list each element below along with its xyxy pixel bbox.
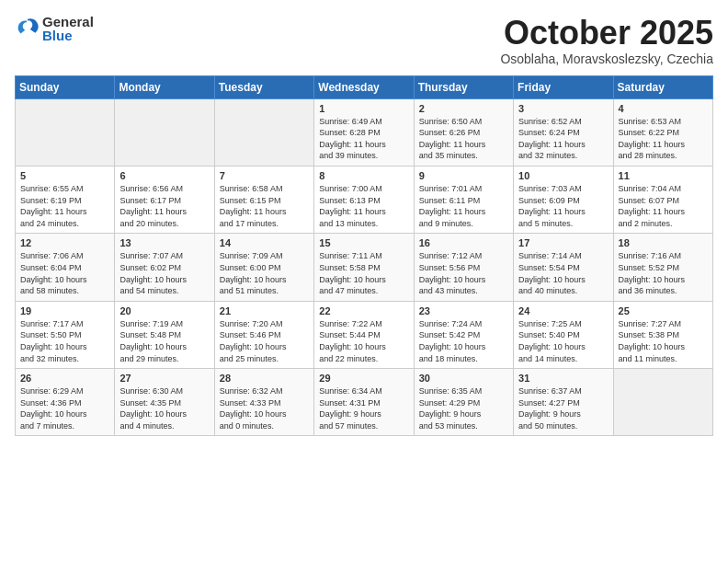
- day-info: Sunrise: 6:53 AM Sunset: 6:22 PM Dayligh…: [619, 116, 708, 162]
- day-info: Sunrise: 6:35 AM Sunset: 4:29 PM Dayligh…: [419, 385, 508, 431]
- weekday-header-friday: Friday: [514, 75, 613, 98]
- day-info: Sunrise: 6:37 AM Sunset: 4:27 PM Dayligh…: [518, 385, 608, 431]
- day-number: 4: [619, 103, 708, 114]
- calendar-cell: 3Sunrise: 6:52 AM Sunset: 6:24 PM Daylig…: [514, 98, 613, 166]
- calendar-cell: 12Sunrise: 7:06 AM Sunset: 6:04 PM Dayli…: [16, 234, 115, 301]
- calendar-cell: 18Sunrise: 7:16 AM Sunset: 5:52 PM Dayli…: [613, 234, 712, 301]
- month-title: October 2025: [500, 15, 713, 52]
- day-info: Sunrise: 6:49 AM Sunset: 6:28 PM Dayligh…: [319, 116, 408, 162]
- calendar-cell: 1Sunrise: 6:49 AM Sunset: 6:28 PM Daylig…: [314, 98, 414, 166]
- weekday-header-tuesday: Tuesday: [214, 75, 313, 98]
- calendar-cell: [16, 98, 115, 166]
- day-number: 28: [220, 373, 309, 384]
- day-number: 23: [419, 305, 508, 316]
- day-info: Sunrise: 7:06 AM Sunset: 6:04 PM Dayligh…: [20, 250, 109, 296]
- day-number: 15: [319, 237, 408, 248]
- logo-text: General Blue: [42, 15, 94, 42]
- day-info: Sunrise: 7:12 AM Sunset: 5:56 PM Dayligh…: [419, 250, 508, 296]
- calendar-cell: 21Sunrise: 7:20 AM Sunset: 5:46 PM Dayli…: [214, 301, 313, 368]
- day-number: 2: [419, 103, 508, 114]
- weekday-header-saturday: Saturday: [613, 75, 712, 98]
- day-number: 21: [220, 305, 309, 316]
- day-info: Sunrise: 6:30 AM Sunset: 4:35 PM Dayligh…: [119, 385, 209, 431]
- weekday-header-sunday: Sunday: [16, 75, 115, 98]
- day-info: Sunrise: 6:34 AM Sunset: 4:31 PM Dayligh…: [319, 385, 408, 431]
- calendar-cell: 27Sunrise: 6:30 AM Sunset: 4:35 PM Dayli…: [115, 369, 214, 436]
- logo-blue: Blue: [42, 29, 94, 42]
- calendar-cell: 26Sunrise: 6:29 AM Sunset: 4:36 PM Dayli…: [16, 369, 115, 436]
- day-info: Sunrise: 6:32 AM Sunset: 4:33 PM Dayligh…: [220, 385, 309, 431]
- day-number: 12: [20, 237, 109, 248]
- day-info: Sunrise: 6:52 AM Sunset: 6:24 PM Dayligh…: [518, 116, 608, 162]
- day-info: Sunrise: 7:00 AM Sunset: 6:13 PM Dayligh…: [319, 183, 408, 229]
- day-info: Sunrise: 6:50 AM Sunset: 6:26 PM Dayligh…: [419, 116, 508, 162]
- day-number: 6: [119, 170, 209, 181]
- calendar-cell: 2Sunrise: 6:50 AM Sunset: 6:26 PM Daylig…: [414, 98, 513, 166]
- day-number: 11: [619, 170, 708, 181]
- logo-general: General: [42, 15, 94, 29]
- calendar-cell: 6Sunrise: 6:56 AM Sunset: 6:17 PM Daylig…: [115, 166, 214, 233]
- day-info: Sunrise: 6:58 AM Sunset: 6:15 PM Dayligh…: [220, 183, 309, 229]
- day-info: Sunrise: 7:14 AM Sunset: 5:54 PM Dayligh…: [518, 250, 608, 296]
- day-number: 7: [220, 170, 309, 181]
- day-number: 24: [518, 305, 608, 316]
- weekday-header-row: SundayMondayTuesdayWednesdayThursdayFrid…: [16, 75, 713, 98]
- calendar-cell: [115, 98, 214, 166]
- day-number: 29: [319, 373, 408, 384]
- day-number: 9: [419, 170, 508, 181]
- calendar-week-1: 1Sunrise: 6:49 AM Sunset: 6:28 PM Daylig…: [16, 98, 713, 166]
- location: Osoblaha, Moravskoslezsky, Czechia: [500, 52, 713, 66]
- weekday-header-monday: Monday: [115, 75, 214, 98]
- day-info: Sunrise: 6:55 AM Sunset: 6:19 PM Dayligh…: [20, 183, 109, 229]
- day-number: 13: [119, 237, 209, 248]
- calendar-week-4: 19Sunrise: 7:17 AM Sunset: 5:50 PM Dayli…: [16, 301, 713, 368]
- day-number: 8: [319, 170, 408, 181]
- calendar-cell: 30Sunrise: 6:35 AM Sunset: 4:29 PM Dayli…: [414, 369, 513, 436]
- day-info: Sunrise: 7:17 AM Sunset: 5:50 PM Dayligh…: [20, 318, 109, 364]
- calendar-cell: 29Sunrise: 6:34 AM Sunset: 4:31 PM Dayli…: [314, 369, 414, 436]
- day-info: Sunrise: 7:01 AM Sunset: 6:11 PM Dayligh…: [419, 183, 508, 229]
- calendar-week-5: 26Sunrise: 6:29 AM Sunset: 4:36 PM Dayli…: [16, 369, 713, 436]
- day-info: Sunrise: 7:20 AM Sunset: 5:46 PM Dayligh…: [220, 318, 309, 364]
- day-number: 17: [518, 237, 608, 248]
- day-number: 19: [20, 305, 109, 316]
- calendar-cell: 19Sunrise: 7:17 AM Sunset: 5:50 PM Dayli…: [16, 301, 115, 368]
- calendar-cell: 20Sunrise: 7:19 AM Sunset: 5:48 PM Dayli…: [115, 301, 214, 368]
- day-info: Sunrise: 6:29 AM Sunset: 4:36 PM Dayligh…: [20, 385, 109, 431]
- calendar-cell: 11Sunrise: 7:04 AM Sunset: 6:07 PM Dayli…: [613, 166, 712, 233]
- day-number: 25: [619, 305, 708, 316]
- day-number: 1: [319, 103, 408, 114]
- day-number: 20: [119, 305, 209, 316]
- day-number: 14: [220, 237, 309, 248]
- calendar-cell: 17Sunrise: 7:14 AM Sunset: 5:54 PM Dayli…: [514, 234, 613, 301]
- day-info: Sunrise: 7:22 AM Sunset: 5:44 PM Dayligh…: [319, 318, 408, 364]
- calendar-cell: 13Sunrise: 7:07 AM Sunset: 6:02 PM Dayli…: [115, 234, 214, 301]
- calendar-cell: 7Sunrise: 6:58 AM Sunset: 6:15 PM Daylig…: [214, 166, 313, 233]
- day-info: Sunrise: 6:56 AM Sunset: 6:17 PM Dayligh…: [119, 183, 209, 229]
- day-number: 16: [419, 237, 508, 248]
- day-number: 31: [518, 373, 608, 384]
- day-number: 18: [619, 237, 708, 248]
- calendar-cell: 14Sunrise: 7:09 AM Sunset: 6:00 PM Dayli…: [214, 234, 313, 301]
- calendar-cell: 9Sunrise: 7:01 AM Sunset: 6:11 PM Daylig…: [414, 166, 513, 233]
- day-number: 27: [119, 373, 209, 384]
- day-number: 3: [518, 103, 608, 114]
- calendar-cell: 31Sunrise: 6:37 AM Sunset: 4:27 PM Dayli…: [514, 369, 613, 436]
- day-number: 5: [20, 170, 109, 181]
- calendar-cell: 15Sunrise: 7:11 AM Sunset: 5:58 PM Dayli…: [314, 234, 414, 301]
- calendar-cell: 4Sunrise: 6:53 AM Sunset: 6:22 PM Daylig…: [613, 98, 712, 166]
- day-info: Sunrise: 7:25 AM Sunset: 5:40 PM Dayligh…: [518, 318, 608, 364]
- day-number: 26: [20, 373, 109, 384]
- day-info: Sunrise: 7:27 AM Sunset: 5:38 PM Dayligh…: [619, 318, 708, 364]
- calendar-table: SundayMondayTuesdayWednesdayThursdayFrid…: [15, 75, 713, 437]
- calendar-cell: 25Sunrise: 7:27 AM Sunset: 5:38 PM Dayli…: [613, 301, 712, 368]
- calendar-cell: 24Sunrise: 7:25 AM Sunset: 5:40 PM Dayli…: [514, 301, 613, 368]
- calendar-cell: 10Sunrise: 7:03 AM Sunset: 6:09 PM Dayli…: [514, 166, 613, 233]
- calendar-cell: 8Sunrise: 7:00 AM Sunset: 6:13 PM Daylig…: [314, 166, 414, 233]
- day-info: Sunrise: 7:19 AM Sunset: 5:48 PM Dayligh…: [119, 318, 209, 364]
- calendar-cell: 22Sunrise: 7:22 AM Sunset: 5:44 PM Dayli…: [314, 301, 414, 368]
- day-info: Sunrise: 7:03 AM Sunset: 6:09 PM Dayligh…: [518, 183, 608, 229]
- weekday-header-thursday: Thursday: [414, 75, 513, 98]
- calendar-cell: 16Sunrise: 7:12 AM Sunset: 5:56 PM Dayli…: [414, 234, 513, 301]
- calendar-week-3: 12Sunrise: 7:06 AM Sunset: 6:04 PM Dayli…: [16, 234, 713, 301]
